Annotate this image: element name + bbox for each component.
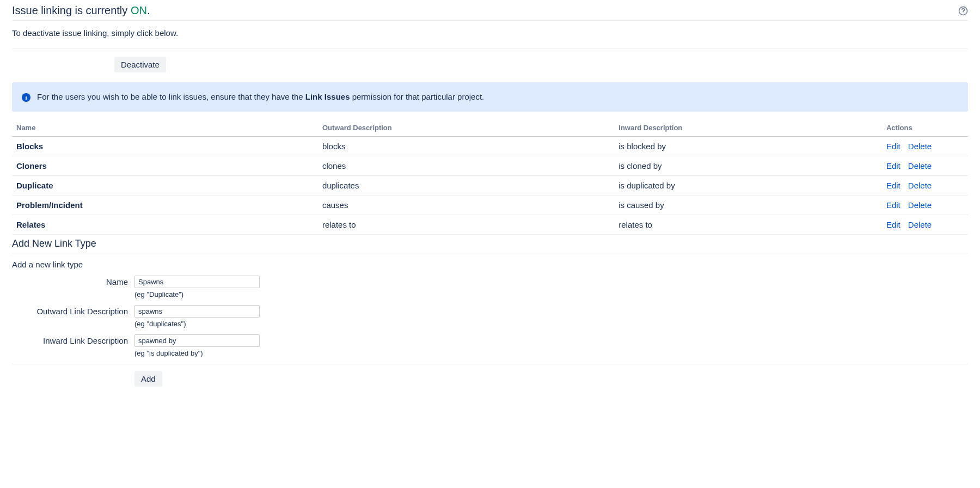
outward-hint: (eg "duplicates")	[134, 320, 260, 328]
link-actions: EditDelete	[882, 176, 968, 196]
info-banner: i For the users you wish to be able to l…	[12, 82, 968, 112]
name-hint: (eg "Duplicate")	[134, 290, 260, 298]
link-inward: is cloned by	[614, 156, 882, 176]
name-label: Name	[12, 276, 134, 286]
edit-link[interactable]: Edit	[886, 181, 901, 190]
link-outward: clones	[318, 156, 614, 176]
link-outward: causes	[318, 196, 614, 215]
outward-input[interactable]	[134, 305, 260, 318]
info-text-before: For the users you wish to be able to lin…	[37, 92, 305, 101]
deactivate-description: To deactivate issue linking, simply clic…	[12, 21, 968, 49]
heading-status: ON	[131, 4, 147, 16]
edit-link[interactable]: Edit	[886, 161, 901, 170]
col-name: Name	[12, 119, 318, 137]
link-inward: is blocked by	[614, 137, 882, 156]
edit-link[interactable]: Edit	[886, 200, 901, 210]
inward-input[interactable]	[134, 334, 260, 347]
link-outward: duplicates	[318, 176, 614, 196]
delete-link[interactable]: Delete	[908, 220, 932, 229]
delete-link[interactable]: Delete	[908, 161, 932, 170]
heading-prefix: Issue linking is currently	[12, 4, 131, 16]
link-inward: relates to	[614, 215, 882, 235]
edit-link[interactable]: Edit	[886, 220, 901, 229]
info-icon: i	[22, 93, 30, 102]
help-icon[interactable]	[958, 6, 968, 16]
table-row: Blocksblocksis blocked byEditDelete	[12, 137, 968, 156]
edit-link[interactable]: Edit	[886, 142, 901, 151]
link-types-table: Name Outward Description Inward Descript…	[12, 119, 968, 235]
link-name: Blocks	[12, 137, 318, 156]
add-link-type-description: Add a new link type	[12, 253, 968, 276]
link-outward: relates to	[318, 215, 614, 235]
table-row: Clonersclonesis cloned byEditDelete	[12, 156, 968, 176]
info-text-after: permission for that particular project.	[350, 92, 484, 101]
link-name: Relates	[12, 215, 318, 235]
page-heading: Issue linking is currently ON.	[12, 0, 968, 21]
col-outward: Outward Description	[318, 119, 614, 137]
table-row: Duplicateduplicatesis duplicated byEditD…	[12, 176, 968, 196]
heading-suffix: .	[147, 4, 150, 16]
col-actions: Actions	[882, 119, 968, 137]
inward-label: Inward Link Description	[12, 334, 134, 345]
info-text-bold: Link Issues	[305, 92, 350, 101]
link-outward: blocks	[318, 137, 614, 156]
delete-link[interactable]: Delete	[908, 200, 932, 210]
link-actions: EditDelete	[882, 215, 968, 235]
link-inward: is caused by	[614, 196, 882, 215]
link-actions: EditDelete	[882, 156, 968, 176]
link-actions: EditDelete	[882, 137, 968, 156]
delete-link[interactable]: Delete	[908, 181, 932, 190]
svg-point-1	[963, 13, 963, 13]
add-button[interactable]: Add	[134, 371, 162, 387]
link-actions: EditDelete	[882, 196, 968, 215]
delete-link[interactable]: Delete	[908, 142, 932, 151]
link-name: Cloners	[12, 156, 318, 176]
outward-label: Outward Link Description	[12, 305, 134, 316]
table-row: Relatesrelates torelates toEditDelete	[12, 215, 968, 235]
link-name: Duplicate	[12, 176, 318, 196]
deactivate-button[interactable]: Deactivate	[114, 57, 166, 72]
name-input[interactable]	[134, 276, 260, 288]
link-inward: is duplicated by	[614, 176, 882, 196]
add-link-type-heading: Add New Link Type	[12, 235, 968, 253]
table-row: Problem/Incidentcausesis caused byEditDe…	[12, 196, 968, 215]
col-inward: Inward Description	[614, 119, 882, 137]
link-name: Problem/Incident	[12, 196, 318, 215]
inward-hint: (eg "is duplicated by")	[134, 349, 260, 357]
